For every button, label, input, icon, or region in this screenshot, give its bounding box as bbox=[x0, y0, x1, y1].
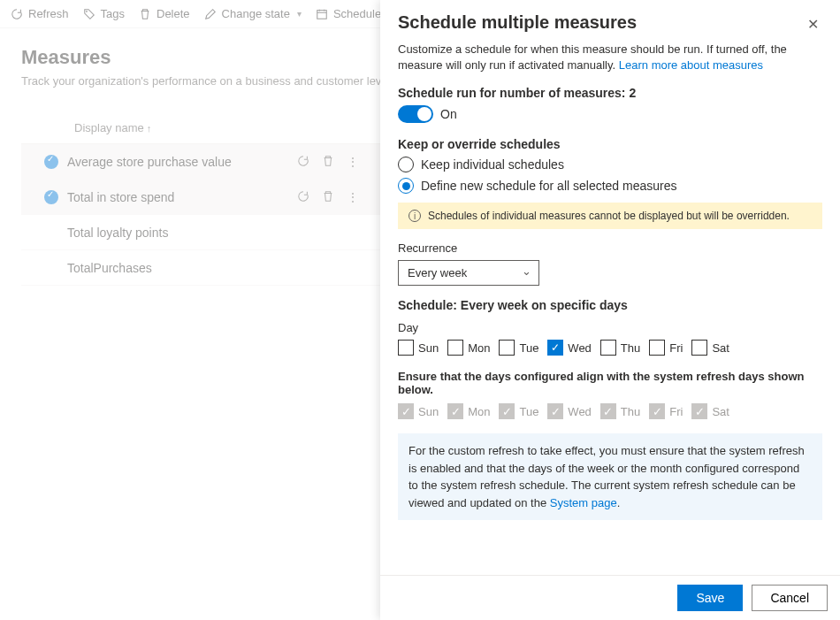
sys-day-checkbox-fri bbox=[649, 403, 665, 419]
refresh-icon[interactable] bbox=[297, 155, 309, 167]
day-checkbox-thu[interactable] bbox=[600, 340, 616, 356]
day-checkbox-sat[interactable] bbox=[691, 340, 707, 356]
sys-day-checkbox-mon bbox=[447, 403, 463, 419]
sys-day-checkbox-thu bbox=[600, 403, 616, 419]
more-icon[interactable]: ⋮ bbox=[347, 190, 359, 204]
day-label: Tue bbox=[519, 405, 538, 418]
radio-icon bbox=[398, 178, 414, 194]
recurrence-select[interactable]: Every week bbox=[398, 260, 539, 286]
schedule-button[interactable]: Schedule bbox=[316, 7, 381, 20]
keep-override-label: Keep or override schedules bbox=[398, 137, 822, 151]
day-label: Fri bbox=[669, 341, 683, 355]
delete-icon[interactable] bbox=[322, 155, 334, 167]
days-row: SunMonTueWedThuFriSat bbox=[398, 340, 822, 356]
system-page-link[interactable]: System page bbox=[550, 496, 617, 509]
radio-keep[interactable]: Keep individual schedules bbox=[398, 157, 822, 172]
day-label: Sat bbox=[712, 341, 729, 355]
schedule-label: Schedule bbox=[333, 7, 381, 20]
day-label: Fri bbox=[669, 405, 683, 418]
refresh-button[interactable]: Refresh bbox=[11, 7, 69, 20]
refresh-icon[interactable] bbox=[297, 190, 309, 203]
sys-day-checkbox-sun bbox=[398, 403, 414, 419]
schedule-summary: Schedule: Every week on specific days bbox=[398, 298, 822, 312]
row-check-icon[interactable] bbox=[44, 155, 58, 169]
day-label: Mon bbox=[468, 405, 490, 418]
ensure-hint: Ensure that the days configured align wi… bbox=[398, 370, 822, 396]
delete-icon[interactable] bbox=[322, 190, 334, 203]
day-label: Sun bbox=[418, 341, 439, 355]
tags-button[interactable]: Tags bbox=[83, 7, 125, 20]
sys-day-checkbox-tue bbox=[499, 403, 515, 419]
day-label: Mon bbox=[468, 341, 490, 355]
override-warning: i Schedules of individual measures canno… bbox=[398, 203, 822, 229]
col-display-name[interactable]: Display name bbox=[74, 121, 295, 134]
edit-icon bbox=[204, 8, 217, 20]
svg-point-0 bbox=[86, 11, 88, 12]
day-checkbox-mon[interactable] bbox=[447, 340, 463, 356]
refresh-label: Refresh bbox=[28, 7, 69, 20]
panel-description: Customize a schedule for when this measu… bbox=[398, 42, 822, 73]
svg-rect-1 bbox=[317, 10, 327, 19]
toggle-state-label: On bbox=[440, 107, 457, 121]
delete-icon bbox=[139, 8, 151, 20]
radio-define[interactable]: Define new schedule for all selected mea… bbox=[398, 178, 822, 194]
tags-icon bbox=[83, 8, 95, 20]
system-refresh-info: For the custom refresh to take effect, y… bbox=[398, 433, 822, 520]
panel-title: Schedule multiple measures bbox=[398, 12, 637, 33]
day-label: Tue bbox=[519, 341, 538, 355]
change-state-label: Change state bbox=[222, 7, 290, 20]
day-label: Day bbox=[398, 321, 822, 334]
cancel-button[interactable]: Cancel bbox=[752, 585, 828, 611]
delete-label: Delete bbox=[157, 7, 190, 20]
tags-label: Tags bbox=[101, 7, 125, 20]
info-icon: i bbox=[409, 210, 421, 222]
day-label: Sat bbox=[712, 405, 729, 418]
change-state-button[interactable]: Change state bbox=[204, 7, 302, 20]
row-name: TotalPurchases bbox=[67, 261, 297, 275]
day-label: Thu bbox=[621, 341, 640, 355]
row-name: Total loyalty points bbox=[67, 226, 297, 240]
row-name: Total in store spend bbox=[67, 190, 297, 204]
close-icon[interactable]: ✕ bbox=[804, 12, 822, 36]
schedule-toggle[interactable] bbox=[398, 105, 433, 123]
refresh-icon bbox=[11, 8, 23, 20]
day-label: Wed bbox=[568, 405, 592, 418]
day-label: Wed bbox=[568, 341, 592, 355]
schedule-for-label: Schedule run for number of measures: 2 bbox=[398, 86, 822, 100]
system-days-row: SunMonTueWedThuFriSat bbox=[398, 403, 822, 419]
day-checkbox-tue[interactable] bbox=[499, 340, 515, 356]
delete-button[interactable]: Delete bbox=[139, 7, 190, 20]
recurrence-label: Recurrence bbox=[398, 241, 822, 255]
day-label: Sun bbox=[418, 405, 439, 418]
row-name: Average store purchase value bbox=[67, 155, 297, 169]
schedule-panel: Schedule multiple measures ✕ Customize a… bbox=[380, 0, 840, 620]
panel-footer: Save Cancel bbox=[380, 575, 840, 620]
radio-icon bbox=[398, 157, 414, 172]
more-icon[interactable]: ⋮ bbox=[347, 155, 359, 169]
day-checkbox-fri[interactable] bbox=[649, 340, 665, 356]
sys-day-checkbox-sat bbox=[691, 403, 707, 419]
day-label: Thu bbox=[621, 405, 640, 418]
day-checkbox-sun[interactable] bbox=[398, 340, 414, 356]
radio-define-label: Define new schedule for all selected mea… bbox=[421, 179, 677, 193]
save-button[interactable]: Save bbox=[677, 585, 743, 611]
sys-day-checkbox-wed bbox=[547, 403, 563, 419]
row-check-icon[interactable] bbox=[44, 190, 58, 204]
calendar-icon bbox=[316, 8, 328, 20]
day-checkbox-wed[interactable] bbox=[547, 340, 563, 356]
learn-more-link[interactable]: Learn more about measures bbox=[619, 58, 763, 72]
radio-keep-label: Keep individual schedules bbox=[421, 157, 564, 172]
